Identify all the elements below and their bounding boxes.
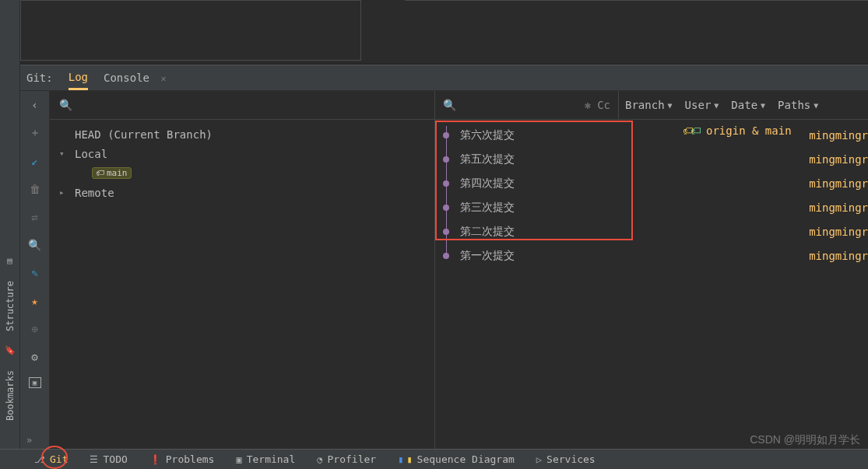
chevron-down-icon: ▼ (761, 101, 765, 110)
commit-row[interactable]: 第六次提交 🏷🏷 origin & main mingmingr (435, 123, 868, 147)
star-icon[interactable]: ★ (27, 293, 43, 309)
commit-node-icon (443, 180, 449, 187)
git-main: 🔍 🔍 ✱ Cc Branch ▼ User ▼ Date ▼ Paths (50, 91, 868, 449)
search-icon: 🔍 (443, 99, 456, 111)
commit-node-icon (443, 229, 449, 235)
filter-paths[interactable]: Paths ▼ (771, 91, 824, 119)
tab-log[interactable]: Log (69, 66, 88, 90)
filter-branch[interactable]: Branch ▼ (619, 91, 679, 119)
profiler-icon: ◔ (317, 454, 322, 465)
git-panel-header: Git: Log Console ✕ (20, 65, 868, 91)
local-group-row[interactable]: ▾ Local (50, 144, 434, 163)
filter-date-label: Date (731, 99, 757, 111)
branch-search-input[interactable]: 🔍 (50, 91, 435, 119)
case-toggle[interactable]: Cc (597, 99, 610, 111)
chevron-down-icon: ▾ (59, 149, 69, 159)
commit-msg: 第六次提交 (460, 128, 515, 142)
toolwindow-git[interactable]: ⎇ Git (34, 453, 68, 465)
head-branch-label: origin & main (706, 124, 792, 137)
git-toolbar: ‹ ＋ ↙ 🗑 ⇄ 🔍 ✎ ★ ⊕ ⚙ ▣ » (20, 91, 50, 449)
close-icon[interactable]: ✕ (160, 73, 166, 84)
bottom-toolbar: ⎇ Git ☰ TODO ❗ Problems ▣ Terminal ◔ Pro… (0, 449, 868, 469)
commit-author: mingmingr (809, 153, 868, 166)
services-label: Services (546, 453, 596, 465)
more-icon[interactable]: » (26, 435, 32, 446)
edit-icon[interactable]: ✎ (27, 265, 43, 281)
commit-node-icon (443, 205, 449, 211)
commit-search-input[interactable]: 🔍 ✱ Cc (435, 91, 619, 119)
fetch-icon[interactable]: ↙ (27, 153, 43, 169)
head-badge[interactable]: 🏷🏷 origin & main (683, 124, 792, 137)
list-icon: ☰ (90, 454, 98, 465)
local-label: Local (75, 148, 107, 160)
chevron-down-icon: ▼ (814, 101, 818, 110)
toolwindow-sequence[interactable]: ▮▮ Sequence Diagram (398, 453, 515, 465)
branches-pane: HEAD (Current Branch) ▾ Local 🏷 main ▸ R… (50, 120, 435, 449)
remote-group-row[interactable]: ▸ Remote (50, 183, 434, 202)
regex-toggle[interactable]: ✱ (585, 99, 591, 111)
filter-user[interactable]: User ▼ (679, 91, 726, 119)
tab-console[interactable]: Console ✕ (104, 72, 167, 84)
left-tool-rail: ▤ Structure 🔖 Bookmarks (0, 0, 20, 449)
sequence-label: Sequence Diagram (417, 453, 515, 465)
commit-msg: 第三次提交 (460, 201, 515, 215)
editor-split-right[interactable] (405, 0, 868, 61)
bookmarks-icon[interactable]: 🔖 (5, 345, 16, 356)
git-label: Git (50, 453, 68, 465)
commit-row[interactable]: 第二次提交 mingmingr (435, 219, 868, 243)
commit-row[interactable]: 第五次提交 mingmingr (435, 147, 868, 171)
head-label: HEAD (Current Branch) (75, 128, 213, 141)
toolwindow-profiler[interactable]: ◔ Profiler (317, 453, 376, 465)
commit-msg: 第一次提交 (460, 249, 515, 263)
toolwindow-todo[interactable]: ☰ TODO (90, 453, 127, 465)
terminal-label: Terminal (247, 453, 296, 465)
commit-row[interactable]: 第三次提交 mingmingr (435, 195, 868, 219)
git-body: ‹ ＋ ↙ 🗑 ⇄ 🔍 ✎ ★ ⊕ ⚙ ▣ » 🔍 🔍 ✱ Cc Branch … (20, 91, 868, 449)
rail-bookmarks[interactable]: Bookmarks (5, 366, 16, 425)
commit-msg: 第四次提交 (460, 177, 515, 191)
target-icon[interactable]: ⊕ (27, 321, 43, 337)
delete-icon[interactable]: 🗑 (27, 181, 43, 197)
filter-row: 🔍 🔍 ✱ Cc Branch ▼ User ▼ Date ▼ Paths (50, 91, 868, 120)
filter-date[interactable]: Date ▼ (725, 91, 771, 119)
remote-label: Remote (75, 187, 114, 199)
search-icon: 🔍 (59, 99, 72, 111)
toolwindow-services[interactable]: ▷ Services (536, 453, 596, 465)
commit-author: mingmingr (809, 226, 868, 238)
editor-area (20, 0, 868, 65)
git-label: Git: (26, 72, 53, 84)
editor-split-left[interactable] (20, 0, 361, 61)
tab-console-label: Console (104, 72, 149, 84)
head-branch-row[interactable]: HEAD (Current Branch) (50, 124, 434, 144)
commit-author: mingmingr (809, 250, 868, 262)
search-icon[interactable]: 🔍 (27, 237, 43, 253)
profiler-label: Profiler (328, 453, 377, 465)
gear-icon[interactable]: ⚙ (27, 349, 43, 365)
commit-node-icon (443, 132, 449, 138)
filter-user-label: User (685, 99, 712, 111)
compare-icon[interactable]: ⇄ (27, 209, 43, 225)
commit-node-icon (443, 156, 449, 163)
branch-main-row[interactable]: 🏷 main (50, 163, 434, 183)
git-split: HEAD (Current Branch) ▾ Local 🏷 main ▸ R… (50, 120, 868, 449)
diagram-icon: ▮ (398, 454, 403, 465)
add-icon[interactable]: ＋ (27, 125, 43, 141)
watermark: CSDN @明明如月学长 (750, 433, 860, 447)
chevron-down-icon: ▼ (714, 101, 719, 110)
rail-structure[interactable]: Structure (5, 276, 16, 336)
toolwindow-terminal[interactable]: ▣ Terminal (236, 453, 295, 465)
terminal-icon: ▣ (236, 454, 241, 465)
commit-author: mingmingr (809, 177, 868, 190)
commit-msg: 第二次提交 (460, 225, 515, 239)
todo-label: TODO (103, 453, 127, 465)
filter-paths-label: Paths (778, 99, 810, 111)
diagram-icon-2: ▮ (406, 454, 412, 465)
chevron-right-icon: ▸ (59, 187, 69, 198)
services-icon: ▷ (536, 454, 542, 465)
structure-icon[interactable]: ▤ (5, 256, 16, 267)
commit-row[interactable]: 第四次提交 mingmingr (435, 171, 868, 195)
collapse-icon[interactable]: ‹ (27, 97, 43, 113)
toolwindow-problems[interactable]: ❗ Problems (149, 453, 215, 465)
commit-row[interactable]: 第一次提交 mingmingr (435, 243, 868, 268)
presentation-icon[interactable]: ▣ (29, 377, 41, 388)
